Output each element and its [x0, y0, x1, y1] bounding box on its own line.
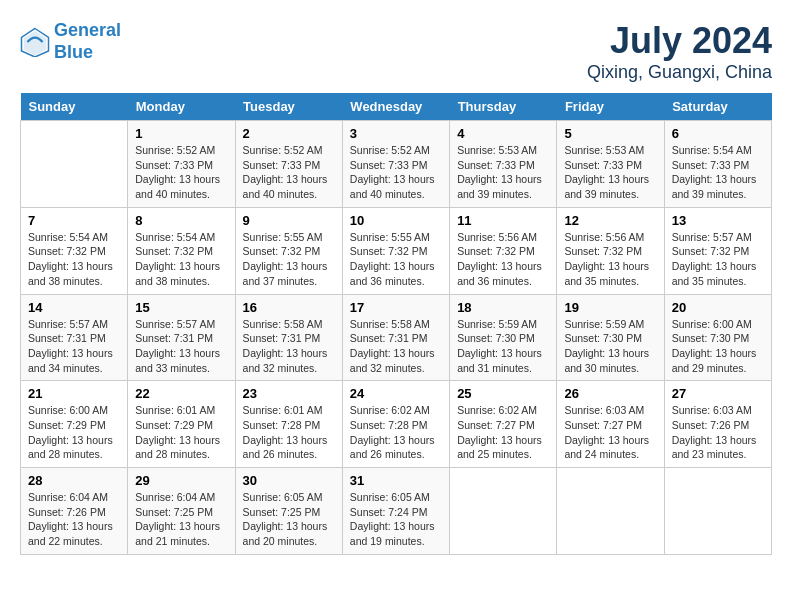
header-cell-monday: Monday: [128, 93, 235, 121]
day-info: Sunrise: 5:58 AMSunset: 7:31 PMDaylight:…: [350, 317, 442, 376]
day-cell: 18Sunrise: 5:59 AMSunset: 7:30 PMDayligh…: [450, 294, 557, 381]
day-cell: 10Sunrise: 5:55 AMSunset: 7:32 PMDayligh…: [342, 207, 449, 294]
day-info: Sunrise: 6:05 AMSunset: 7:25 PMDaylight:…: [243, 490, 335, 549]
day-cell: 21Sunrise: 6:00 AMSunset: 7:29 PMDayligh…: [21, 381, 128, 468]
day-number: 20: [672, 300, 764, 315]
day-info: Sunrise: 6:02 AMSunset: 7:27 PMDaylight:…: [457, 403, 549, 462]
logo-icon: [20, 27, 50, 57]
day-info: Sunrise: 5:52 AMSunset: 7:33 PMDaylight:…: [243, 143, 335, 202]
day-number: 10: [350, 213, 442, 228]
day-info: Sunrise: 5:59 AMSunset: 7:30 PMDaylight:…: [457, 317, 549, 376]
day-number: 31: [350, 473, 442, 488]
week-row-1: 1Sunrise: 5:52 AMSunset: 7:33 PMDaylight…: [21, 121, 772, 208]
page-header: General Blue July 2024 Qixing, Guangxi, …: [20, 20, 772, 83]
day-cell: 12Sunrise: 5:56 AMSunset: 7:32 PMDayligh…: [557, 207, 664, 294]
day-info: Sunrise: 5:53 AMSunset: 7:33 PMDaylight:…: [564, 143, 656, 202]
day-number: 6: [672, 126, 764, 141]
day-cell: [557, 468, 664, 555]
day-info: Sunrise: 5:59 AMSunset: 7:30 PMDaylight:…: [564, 317, 656, 376]
day-cell: 23Sunrise: 6:01 AMSunset: 7:28 PMDayligh…: [235, 381, 342, 468]
calendar-subtitle: Qixing, Guangxi, China: [587, 62, 772, 83]
day-number: 25: [457, 386, 549, 401]
day-number: 9: [243, 213, 335, 228]
day-info: Sunrise: 5:52 AMSunset: 7:33 PMDaylight:…: [350, 143, 442, 202]
day-number: 30: [243, 473, 335, 488]
day-cell: 4Sunrise: 5:53 AMSunset: 7:33 PMDaylight…: [450, 121, 557, 208]
day-number: 18: [457, 300, 549, 315]
day-number: 13: [672, 213, 764, 228]
logo-line2: Blue: [54, 42, 93, 62]
day-number: 3: [350, 126, 442, 141]
day-number: 22: [135, 386, 227, 401]
day-info: Sunrise: 5:57 AMSunset: 7:31 PMDaylight:…: [28, 317, 120, 376]
week-row-3: 14Sunrise: 5:57 AMSunset: 7:31 PMDayligh…: [21, 294, 772, 381]
day-cell: 31Sunrise: 6:05 AMSunset: 7:24 PMDayligh…: [342, 468, 449, 555]
day-info: Sunrise: 5:55 AMSunset: 7:32 PMDaylight:…: [350, 230, 442, 289]
title-block: July 2024 Qixing, Guangxi, China: [587, 20, 772, 83]
day-cell: 27Sunrise: 6:03 AMSunset: 7:26 PMDayligh…: [664, 381, 771, 468]
calendar-table: SundayMondayTuesdayWednesdayThursdayFrid…: [20, 93, 772, 555]
day-cell: 14Sunrise: 5:57 AMSunset: 7:31 PMDayligh…: [21, 294, 128, 381]
day-info: Sunrise: 5:56 AMSunset: 7:32 PMDaylight:…: [457, 230, 549, 289]
week-row-2: 7Sunrise: 5:54 AMSunset: 7:32 PMDaylight…: [21, 207, 772, 294]
day-cell: 30Sunrise: 6:05 AMSunset: 7:25 PMDayligh…: [235, 468, 342, 555]
week-row-4: 21Sunrise: 6:00 AMSunset: 7:29 PMDayligh…: [21, 381, 772, 468]
day-cell: 28Sunrise: 6:04 AMSunset: 7:26 PMDayligh…: [21, 468, 128, 555]
logo-text: General Blue: [54, 20, 121, 63]
day-cell: 1Sunrise: 5:52 AMSunset: 7:33 PMDaylight…: [128, 121, 235, 208]
day-cell: [664, 468, 771, 555]
day-number: 26: [564, 386, 656, 401]
day-number: 15: [135, 300, 227, 315]
day-info: Sunrise: 6:02 AMSunset: 7:28 PMDaylight:…: [350, 403, 442, 462]
day-number: 19: [564, 300, 656, 315]
day-cell: 5Sunrise: 5:53 AMSunset: 7:33 PMDaylight…: [557, 121, 664, 208]
day-cell: 20Sunrise: 6:00 AMSunset: 7:30 PMDayligh…: [664, 294, 771, 381]
day-cell: 2Sunrise: 5:52 AMSunset: 7:33 PMDaylight…: [235, 121, 342, 208]
day-cell: 15Sunrise: 5:57 AMSunset: 7:31 PMDayligh…: [128, 294, 235, 381]
logo: General Blue: [20, 20, 121, 63]
day-cell: 26Sunrise: 6:03 AMSunset: 7:27 PMDayligh…: [557, 381, 664, 468]
day-info: Sunrise: 6:03 AMSunset: 7:26 PMDaylight:…: [672, 403, 764, 462]
day-cell: 17Sunrise: 5:58 AMSunset: 7:31 PMDayligh…: [342, 294, 449, 381]
day-info: Sunrise: 6:00 AMSunset: 7:30 PMDaylight:…: [672, 317, 764, 376]
day-number: 28: [28, 473, 120, 488]
day-cell: 13Sunrise: 5:57 AMSunset: 7:32 PMDayligh…: [664, 207, 771, 294]
day-info: Sunrise: 6:05 AMSunset: 7:24 PMDaylight:…: [350, 490, 442, 549]
day-cell: [450, 468, 557, 555]
day-cell: 19Sunrise: 5:59 AMSunset: 7:30 PMDayligh…: [557, 294, 664, 381]
day-number: 7: [28, 213, 120, 228]
header-cell-saturday: Saturday: [664, 93, 771, 121]
day-cell: 16Sunrise: 5:58 AMSunset: 7:31 PMDayligh…: [235, 294, 342, 381]
day-cell: 25Sunrise: 6:02 AMSunset: 7:27 PMDayligh…: [450, 381, 557, 468]
day-cell: 7Sunrise: 5:54 AMSunset: 7:32 PMDaylight…: [21, 207, 128, 294]
logo-line1: General: [54, 20, 121, 40]
calendar-body: 1Sunrise: 5:52 AMSunset: 7:33 PMDaylight…: [21, 121, 772, 555]
day-number: 8: [135, 213, 227, 228]
header-row: SundayMondayTuesdayWednesdayThursdayFrid…: [21, 93, 772, 121]
day-number: 2: [243, 126, 335, 141]
day-info: Sunrise: 6:03 AMSunset: 7:27 PMDaylight:…: [564, 403, 656, 462]
day-number: 14: [28, 300, 120, 315]
day-info: Sunrise: 6:00 AMSunset: 7:29 PMDaylight:…: [28, 403, 120, 462]
day-info: Sunrise: 5:56 AMSunset: 7:32 PMDaylight:…: [564, 230, 656, 289]
day-number: 16: [243, 300, 335, 315]
day-cell: 3Sunrise: 5:52 AMSunset: 7:33 PMDaylight…: [342, 121, 449, 208]
day-number: 5: [564, 126, 656, 141]
day-info: Sunrise: 5:52 AMSunset: 7:33 PMDaylight:…: [135, 143, 227, 202]
day-number: 24: [350, 386, 442, 401]
day-number: 27: [672, 386, 764, 401]
day-info: Sunrise: 5:54 AMSunset: 7:33 PMDaylight:…: [672, 143, 764, 202]
day-number: 11: [457, 213, 549, 228]
day-cell: 11Sunrise: 5:56 AMSunset: 7:32 PMDayligh…: [450, 207, 557, 294]
day-number: 23: [243, 386, 335, 401]
day-cell: 6Sunrise: 5:54 AMSunset: 7:33 PMDaylight…: [664, 121, 771, 208]
header-cell-sunday: Sunday: [21, 93, 128, 121]
day-number: 4: [457, 126, 549, 141]
day-info: Sunrise: 5:53 AMSunset: 7:33 PMDaylight:…: [457, 143, 549, 202]
day-info: Sunrise: 6:01 AMSunset: 7:28 PMDaylight:…: [243, 403, 335, 462]
day-cell: [21, 121, 128, 208]
header-cell-friday: Friday: [557, 93, 664, 121]
header-cell-tuesday: Tuesday: [235, 93, 342, 121]
day-cell: 8Sunrise: 5:54 AMSunset: 7:32 PMDaylight…: [128, 207, 235, 294]
day-cell: 24Sunrise: 6:02 AMSunset: 7:28 PMDayligh…: [342, 381, 449, 468]
